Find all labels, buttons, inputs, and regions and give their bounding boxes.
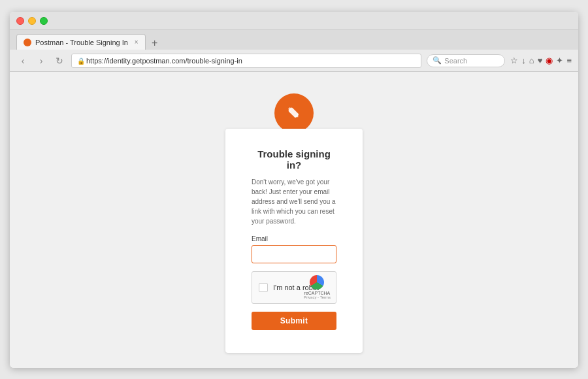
page-content: Trouble signing in? Don't worry, we've g… (10, 72, 578, 368)
postman-logo (274, 93, 314, 133)
captcha-links: Privacy - Terms (304, 295, 331, 299)
maximize-button[interactable] (40, 17, 48, 25)
browser-window: Postman - Trouble Signing In × + ‹ › ↻ 🔒… (10, 12, 578, 368)
refresh-button[interactable]: ↻ (53, 56, 66, 66)
captcha-brand: reCAPTCHA (304, 291, 331, 295)
postman-logo-icon (283, 102, 305, 124)
back-button[interactable]: ‹ (16, 56, 29, 66)
captcha-logo: reCAPTCHA Privacy - Terms (304, 275, 331, 299)
tab-favicon (24, 39, 31, 46)
trouble-signin-card: Trouble signing in? Don't worry, we've g… (225, 129, 363, 353)
home-icon[interactable]: ⌂ (529, 56, 534, 65)
url-bar[interactable]: 🔒 https://identity.getpostman.com/troubl… (71, 54, 421, 68)
forward-button[interactable]: › (35, 56, 48, 66)
email-label: Email (252, 235, 336, 242)
email-input[interactable] (252, 245, 336, 263)
url-text: https://identity.getpostman.com/trouble-… (86, 57, 242, 65)
card-title: Trouble signing in? (252, 148, 336, 171)
tab-title: Postman - Trouble Signing In (35, 39, 128, 46)
addon-icon[interactable]: ◉ (546, 56, 553, 65)
recaptcha-icon (310, 275, 324, 289)
minimize-button[interactable] (28, 17, 36, 25)
download-icon[interactable]: ↓ (521, 56, 526, 65)
address-bar: ‹ › ↻ 🔒 https://identity.getpostman.com/… (10, 50, 578, 72)
captcha-checkbox[interactable] (259, 283, 268, 292)
tab-bar: Postman - Trouble Signing In × + (10, 30, 578, 50)
captcha-widget[interactable]: I'm not a robot reCAPTCHA Privacy - Term… (252, 271, 336, 304)
tab-close-button[interactable]: × (135, 39, 139, 46)
bookmark-icon[interactable]: ☆ (510, 56, 518, 65)
close-button[interactable] (16, 17, 24, 25)
menu-icon[interactable]: ≡ (566, 56, 572, 65)
search-icon: 🔍 (433, 56, 442, 65)
search-box[interactable]: 🔍 Search (427, 54, 505, 67)
toolbar-icons: ☆ ↓ ⌂ ♥ ◉ ✦ ≡ (510, 56, 572, 65)
search-placeholder: Search (444, 57, 467, 65)
extension-icon[interactable]: ✦ (556, 56, 563, 65)
new-tab-button[interactable]: + (148, 37, 161, 50)
card-description: Don't worry, we've got your back! Just e… (252, 177, 336, 226)
title-bar (10, 12, 578, 30)
shield-icon[interactable]: ♥ (538, 56, 543, 65)
active-tab[interactable]: Postman - Trouble Signing In × (16, 34, 146, 50)
lock-icon: 🔒 (77, 58, 84, 64)
submit-button[interactable]: Submit (252, 312, 336, 330)
